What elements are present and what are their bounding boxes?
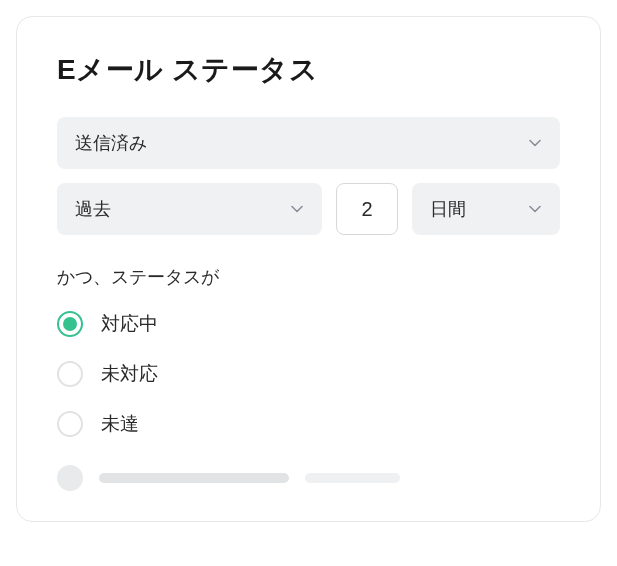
placeholder-bar	[99, 473, 289, 483]
chevron-down-icon	[528, 136, 542, 150]
radio-option-unhandled[interactable]: 未対応	[57, 361, 560, 387]
radio-label: 対応中	[101, 311, 158, 337]
radio-dot	[63, 317, 77, 331]
radio-indicator	[57, 361, 83, 387]
placeholder-circle	[57, 465, 83, 491]
loading-placeholder-row	[57, 465, 560, 491]
card-title: Eメール ステータス	[57, 51, 560, 89]
number-input[interactable]: 2	[336, 183, 398, 235]
radio-option-undelivered[interactable]: 未達	[57, 411, 560, 437]
time-range-row: 過去 2 日間	[57, 183, 560, 235]
timing-select[interactable]: 過去	[57, 183, 322, 235]
number-input-value: 2	[361, 198, 372, 221]
unit-select[interactable]: 日間	[412, 183, 560, 235]
placeholder-bar	[305, 473, 400, 483]
status-radio-group: 対応中 未対応 未達	[57, 311, 560, 437]
radio-label: 未達	[101, 411, 139, 437]
radio-indicator	[57, 411, 83, 437]
radio-indicator	[57, 311, 83, 337]
radio-option-in-progress[interactable]: 対応中	[57, 311, 560, 337]
status-select-value: 送信済み	[75, 131, 147, 155]
chevron-down-icon	[290, 202, 304, 216]
status-select-row: 送信済み	[57, 117, 560, 169]
chevron-down-icon	[528, 202, 542, 216]
timing-select-value: 過去	[75, 197, 111, 221]
status-select[interactable]: 送信済み	[57, 117, 560, 169]
email-status-card: Eメール ステータス 送信済み 過去 2 日間 かつ、ステータスが	[16, 16, 601, 522]
unit-select-value: 日間	[430, 197, 466, 221]
status-filter-label: かつ、ステータスが	[57, 265, 560, 289]
radio-label: 未対応	[101, 361, 158, 387]
